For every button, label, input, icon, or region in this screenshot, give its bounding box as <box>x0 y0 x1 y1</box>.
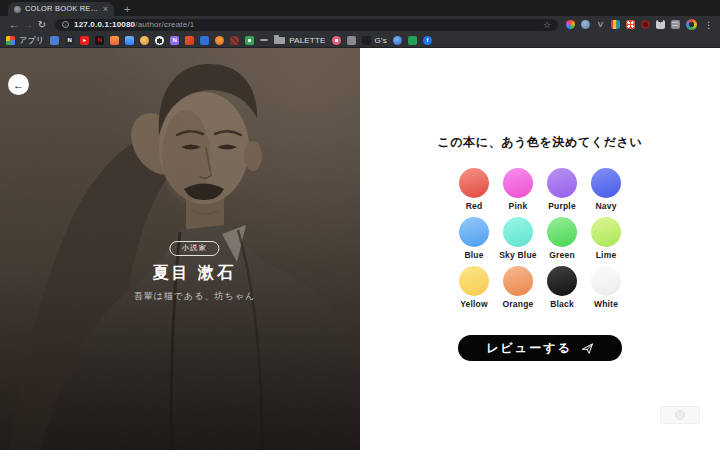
bookmark-notion[interactable]: N <box>65 36 74 45</box>
paper-plane-icon <box>581 342 594 355</box>
bookmark-small-blue[interactable] <box>200 36 209 45</box>
color-option-white[interactable]: White <box>584 266 628 309</box>
back-arrow-icon: ← <box>13 79 24 91</box>
color-option-black[interactable]: Black <box>540 266 584 309</box>
color-swatch-skyblue[interactable] <box>503 217 533 247</box>
bookmark-palette-folder[interactable]: PALETTE <box>274 36 325 45</box>
bookmark-green-chip[interactable] <box>408 36 417 45</box>
color-label-pink: Pink <box>509 201 528 211</box>
color-label-skyblue: Sky Blue <box>499 250 537 260</box>
bookmark-youtube[interactable]: ▸ <box>80 36 89 45</box>
extension-panel-ext-icon[interactable] <box>671 20 680 29</box>
color-swatch-yellow[interactable] <box>459 266 489 296</box>
extension-orange-dots-ext-icon[interactable] <box>626 20 635 29</box>
color-label-white: White <box>594 299 618 309</box>
bookmark-blue-tile[interactable] <box>50 36 59 45</box>
color-label-blue: Blue <box>464 250 483 260</box>
extension-puzzle-icon[interactable] <box>656 20 665 29</box>
address-bar[interactable]: i 127.0.0.1:10080/author/create/1 ☆ <box>55 19 558 31</box>
faint-corner-widget <box>660 406 700 424</box>
bookmark-palette-folder-icon <box>274 37 285 44</box>
color-option-orange[interactable]: Orange <box>496 266 540 309</box>
color-label-navy: Navy <box>595 201 616 211</box>
color-option-blue[interactable]: Blue <box>452 217 496 260</box>
bookmark-apps[interactable]: アプリ <box>6 35 44 46</box>
bookmark-maroon-tile[interactable] <box>230 36 239 45</box>
bookmark-blue-globe[interactable] <box>393 36 402 45</box>
extension-stripes-ext-icon[interactable] <box>611 20 620 29</box>
bookmark-blue-globe-icon <box>393 36 402 45</box>
new-tab-icon[interactable]: + <box>124 2 130 16</box>
browser-menu-icon[interactable]: ⋮ <box>704 20 713 30</box>
browser-toolbar: ← → ↻ i 127.0.0.1:10080/author/create/1 … <box>0 16 720 33</box>
browser-tab[interactable]: COLOR BOOK REVIEW | 本 × <box>8 2 114 16</box>
page-content: ← 小説家 夏目 漱石 吾輩は猫である、坊ちゃん この本に、あう色を決めてくださ… <box>0 48 720 450</box>
url-host: 127.0.0.1:10080 <box>74 20 135 29</box>
url-path: /author/create/1 <box>135 20 194 29</box>
page-back-button[interactable]: ← <box>8 74 29 95</box>
bookmark-star-icon[interactable]: ☆ <box>543 20 551 30</box>
color-option-yellow[interactable]: Yellow <box>452 266 496 309</box>
author-name: 夏目 漱石 <box>14 263 360 284</box>
bookmark-pink-ring[interactable] <box>332 36 341 45</box>
color-swatch-red[interactable] <box>459 168 489 198</box>
color-swatch-purple[interactable] <box>547 168 577 198</box>
color-option-lime[interactable]: Lime <box>584 217 628 260</box>
bookmark-github[interactable] <box>155 36 164 45</box>
bookmark-netflix-icon: N <box>95 36 104 45</box>
color-option-skyblue[interactable]: Sky Blue <box>496 217 540 260</box>
reload-icon[interactable]: ↻ <box>35 19 49 30</box>
color-swatch-pink[interactable] <box>503 168 533 198</box>
bookmark-netflix[interactable]: N <box>95 36 104 45</box>
color-grid: RedPinkPurpleNavyBlueSky BlueGreenLimeYe… <box>452 168 628 309</box>
bookmark-orange-flame[interactable] <box>110 36 119 45</box>
bookmark-gray-chip[interactable] <box>347 36 356 45</box>
color-option-navy[interactable]: Navy <box>584 168 628 211</box>
color-swatch-navy[interactable] <box>591 168 621 198</box>
bookmark-purple-n-icon: N <box>170 36 179 45</box>
tab-close-icon[interactable]: × <box>103 5 108 14</box>
bookmark-green-tile[interactable] <box>245 36 254 45</box>
author-occupation-badge: 小説家 <box>170 241 220 256</box>
color-swatch-white[interactable] <box>591 266 621 296</box>
color-label-black: Black <box>550 299 574 309</box>
bookmark-red-angular[interactable] <box>185 36 194 45</box>
back-icon[interactable]: ← <box>7 19 21 30</box>
bookmark-green-tile-icon <box>245 36 254 45</box>
color-swatch-lime[interactable] <box>591 217 621 247</box>
review-submit-button[interactable]: レビューする <box>458 335 622 361</box>
bookmark-gs-site-label: G's <box>375 36 387 45</box>
forward-icon[interactable]: → <box>21 19 35 30</box>
color-swatch-black[interactable] <box>547 266 577 296</box>
color-option-red[interactable]: Red <box>452 168 496 211</box>
url-text: 127.0.0.1:10080/author/create/1 <box>74 20 538 29</box>
bookmark-red-angular-icon <box>185 36 194 45</box>
site-info-icon[interactable]: i <box>62 21 69 28</box>
extension-vimium-icon[interactable]: V <box>596 20 605 29</box>
bookmark-gs-site[interactable]: G's <box>362 36 387 45</box>
bookmark-separator[interactable] <box>260 39 268 41</box>
extension-color-wheel-icon[interactable] <box>566 20 575 29</box>
author-photo-panel: ← 小説家 夏目 漱石 吾輩は猫である、坊ちゃん <box>0 48 360 450</box>
color-option-purple[interactable]: Purple <box>540 168 584 211</box>
color-label-yellow: Yellow <box>460 299 488 309</box>
color-label-orange: Orange <box>503 299 534 309</box>
color-swatch-orange[interactable] <box>503 266 533 296</box>
bookmark-orange-globe[interactable] <box>215 36 224 45</box>
bookmark-gold-badge[interactable] <box>140 36 149 45</box>
profile-avatar[interactable] <box>686 19 697 30</box>
bookmark-trello[interactable] <box>125 36 134 45</box>
color-option-green[interactable]: Green <box>540 217 584 260</box>
bookmark-facebook[interactable]: f <box>423 36 432 45</box>
color-swatch-green[interactable] <box>547 217 577 247</box>
color-label-red: Red <box>466 201 483 211</box>
extension-globe-ext-icon[interactable] <box>581 20 590 29</box>
bookmark-trello-icon <box>125 36 134 45</box>
bookmark-purple-n[interactable]: N <box>170 36 179 45</box>
bookmark-separator-icon <box>260 39 268 41</box>
color-swatch-blue[interactable] <box>459 217 489 247</box>
extension-maroon-circle-ext-icon[interactable] <box>641 20 650 29</box>
color-option-pink[interactable]: Pink <box>496 168 540 211</box>
corner-widget-icon <box>675 410 685 420</box>
bookmark-youtube-icon: ▸ <box>80 36 89 45</box>
